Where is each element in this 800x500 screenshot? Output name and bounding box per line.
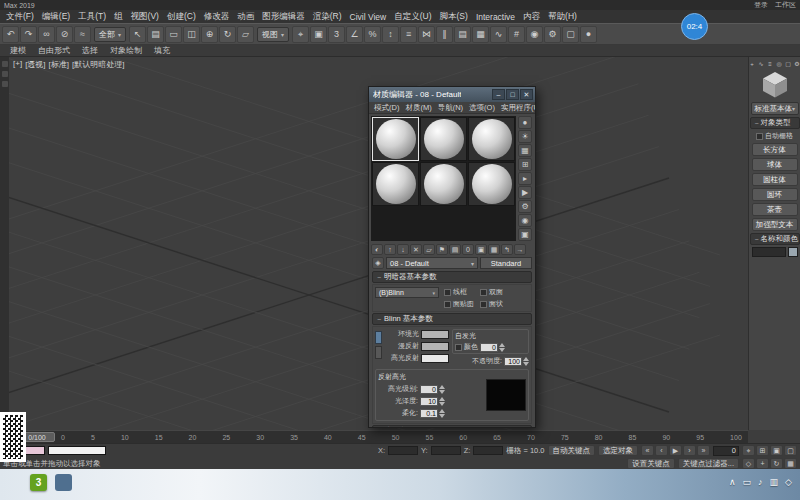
make-preview-icon[interactable]: ▶ <box>518 186 532 199</box>
material-sample-slot[interactable] <box>420 117 467 161</box>
workspace-selector[interactable]: 工作区 <box>775 0 796 10</box>
autogrid-checkbox[interactable] <box>756 133 763 140</box>
tray-icon[interactable]: ◇ <box>785 477 792 487</box>
selection-filter-dropdown[interactable]: 全部 <box>94 27 126 42</box>
viewport-label[interactable]: [透视] <box>25 59 45 70</box>
tray-icon[interactable]: ▭ <box>743 477 752 487</box>
zoom-icon[interactable]: ⌖ <box>742 445 755 456</box>
name-color-rollout-header[interactable]: 名称和颜色 <box>750 233 800 245</box>
material-editor-titlebar[interactable]: 材质编辑器 - 08 - Default –□✕ <box>369 87 535 102</box>
material-editor-menu-item[interactable]: 材质(M) <box>402 103 434 113</box>
viewport-label[interactable]: [+] <box>13 59 22 70</box>
next-frame-icon[interactable]: › <box>683 445 696 456</box>
window-crossing-icon[interactable]: ◫ <box>183 26 200 43</box>
sample-tiling-icon[interactable]: ⊞ <box>518 158 532 171</box>
material-id-channel-icon[interactable]: 0 <box>462 244 474 255</box>
percent-snap-icon[interactable]: % <box>364 26 381 43</box>
viewport-label[interactable]: [标准] <box>49 59 69 70</box>
menu-item[interactable]: 编辑(E) <box>38 11 74 23</box>
field-of-view-icon[interactable]: ◇ <box>742 458 755 469</box>
dialog-close-icon[interactable]: ✕ <box>520 89 533 100</box>
redo-icon[interactable]: ↷ <box>20 26 37 43</box>
self-illumination-color-checkbox[interactable] <box>455 344 462 351</box>
spinner-arrows-icon[interactable] <box>439 409 445 418</box>
rendered-frame-window-icon[interactable]: ▢ <box>562 26 579 43</box>
object-type-button[interactable]: 球体 <box>752 158 798 171</box>
menu-item[interactable]: 视图(V) <box>127 11 163 23</box>
ribbon-tab[interactable]: 填充 <box>148 45 176 56</box>
ribbon-tab[interactable]: 选择 <box>76 45 104 56</box>
ribbon-tab[interactable]: 自由形式 <box>32 45 76 56</box>
material-editor-menu-item[interactable]: 导航(N) <box>435 103 466 113</box>
spinner-arrows-icon[interactable] <box>499 343 505 352</box>
reset-map-icon[interactable]: ✕ <box>410 244 422 255</box>
taskbar-3dsmax-icon[interactable]: 3 <box>30 474 47 491</box>
ribbon-tab[interactable]: 建模 <box>4 45 32 56</box>
self-illumination-spinner[interactable]: 0 <box>480 343 505 352</box>
select-and-link-icon[interactable]: ∞ <box>38 26 55 43</box>
soften-spinner[interactable]: 0.1 <box>420 409 445 418</box>
shader-basic-params-header[interactable]: 明暗器基本参数 <box>372 271 532 283</box>
schematic-view-icon[interactable]: # <box>508 26 525 43</box>
spinner-arrows-icon[interactable] <box>439 397 445 406</box>
dialog-maximize-icon[interactable]: □ <box>506 89 519 100</box>
material-editor-icon[interactable]: ◉ <box>526 26 543 43</box>
bind-to-space-warp-icon[interactable]: ≈ <box>74 26 91 43</box>
material-sample-slot[interactable] <box>468 162 515 206</box>
shader-type-dropdown[interactable]: (B)Blinn <box>375 287 439 298</box>
material-map-navigator-icon[interactable]: ▣ <box>518 228 532 241</box>
material-editor-menu-item[interactable]: 模式(D) <box>371 103 402 113</box>
show-end-result-icon[interactable]: ▦ <box>488 244 500 255</box>
tray-icon[interactable]: ▥ <box>770 477 779 487</box>
assign-material-to-selection-icon[interactable]: ↓ <box>397 244 409 255</box>
checkbox[interactable] <box>480 289 487 296</box>
current-frame-field[interactable]: 0 <box>713 446 739 456</box>
spinner-arrows-icon[interactable] <box>439 385 445 394</box>
material-sample-slot[interactable] <box>372 162 419 206</box>
y-coordinate-field[interactable] <box>431 446 461 455</box>
unlink-selection-icon[interactable]: ⊘ <box>56 26 73 43</box>
backlight-icon[interactable]: ☀ <box>518 130 532 143</box>
ribbon-tab[interactable]: 对象绘制 <box>104 45 148 56</box>
get-material-icon[interactable]: ◐ <box>371 244 383 255</box>
undo-icon[interactable]: ↶ <box>2 26 19 43</box>
menu-item[interactable]: 渲染(R) <box>309 11 346 23</box>
utilities-tab-icon[interactable]: ⚙ <box>793 59 800 68</box>
put-to-library-icon[interactable]: ▤ <box>449 244 461 255</box>
glossiness-spinner[interactable]: 10 <box>420 397 445 406</box>
maximize-viewport-icon[interactable]: ▢ <box>784 445 797 456</box>
blinn-basic-params-header[interactable]: Blinn 基本参数 <box>372 313 532 325</box>
curve-editor-icon[interactable]: ∿ <box>490 26 507 43</box>
go-to-start-icon[interactable]: « <box>641 445 654 456</box>
menu-item[interactable]: 组 <box>110 11 127 23</box>
diffuse-color-swatch[interactable] <box>421 342 449 351</box>
orbit-icon[interactable]: ↻ <box>770 458 783 469</box>
layer-explorer-icon[interactable]: ▤ <box>454 26 471 43</box>
set-key-button[interactable]: 设置关键点 <box>627 458 675 469</box>
x-coordinate-field[interactable] <box>388 446 418 455</box>
material-sample-slot[interactable] <box>468 117 515 161</box>
create-tab-icon[interactable]: + <box>748 59 756 68</box>
key-filters-button[interactable]: 关键点过滤器... <box>678 458 739 469</box>
select-and-scale-icon[interactable]: ▱ <box>237 26 254 43</box>
show-shaded-in-viewport-icon[interactable]: ▣ <box>475 244 487 255</box>
menu-item[interactable]: 动画 <box>233 11 258 23</box>
taskbar-app-icon[interactable] <box>55 474 72 491</box>
object-name-field[interactable] <box>752 247 786 257</box>
zoom-all-icon[interactable]: ⊞ <box>756 445 769 456</box>
pick-material-eyedropper-icon[interactable]: ◈ <box>372 257 384 269</box>
spinner-arrows-icon[interactable] <box>523 357 529 366</box>
go-to-end-icon[interactable]: » <box>697 445 710 456</box>
material-editor-menu-item[interactable]: 实用程序(U) <box>498 103 536 113</box>
use-pivot-center-icon[interactable]: ⌖ <box>292 26 309 43</box>
sample-type-icon[interactable]: ● <box>518 116 532 129</box>
material-type-button[interactable]: Standard <box>480 257 532 269</box>
collapsed-rollout-header[interactable]: 扩展参数 <box>372 425 532 427</box>
z-coordinate-field[interactable] <box>473 446 503 455</box>
motion-tab-icon[interactable]: ◎ <box>775 59 783 68</box>
viewport-label[interactable]: [默认明暗处理] <box>72 59 124 70</box>
lock-diffuse-specular-button[interactable] <box>375 346 382 359</box>
make-unique-icon[interactable]: ⚑ <box>436 244 448 255</box>
select-by-material-icon[interactable]: ◉ <box>518 214 532 227</box>
previous-frame-icon[interactable]: ‹ <box>655 445 668 456</box>
